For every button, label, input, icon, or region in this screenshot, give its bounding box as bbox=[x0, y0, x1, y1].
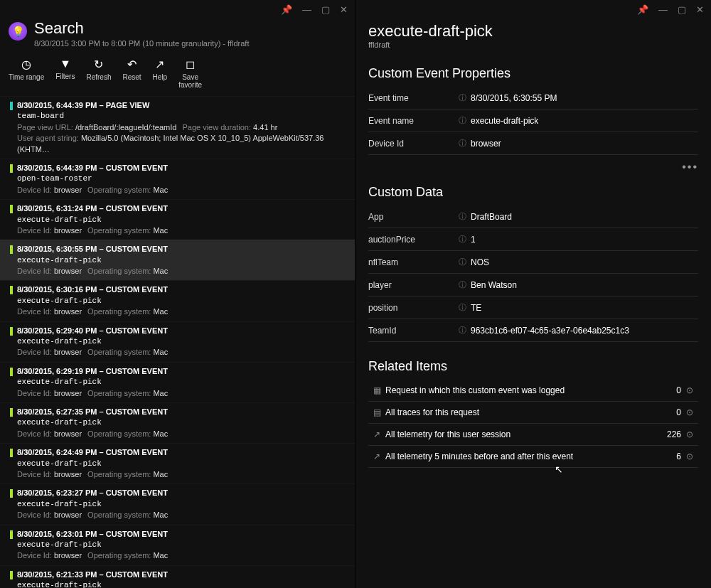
toolbar-label: Help bbox=[153, 73, 168, 81]
toolbar-reset[interactable]: ↶Reset bbox=[122, 58, 141, 89]
info-icon[interactable]: ⓘ bbox=[454, 138, 471, 149]
page-title: Search bbox=[34, 19, 249, 38]
section-title: Custom Event Properties bbox=[368, 66, 698, 81]
event-row[interactable]: 8/30/2015, 6:44:39 PM – PAGE VIEW team-b… bbox=[0, 96, 355, 159]
more-menu[interactable]: ••• bbox=[356, 158, 711, 181]
property-row[interactable]: App ⓘ DraftBoard bbox=[368, 205, 698, 228]
event-list[interactable]: 8/30/2015, 6:44:39 PM – PAGE VIEW team-b… bbox=[0, 96, 355, 588]
property-key: Event time bbox=[368, 93, 454, 103]
event-row[interactable]: 8/30/2015, 6:44:39 PM – CUSTOM EVENT ope… bbox=[0, 159, 355, 199]
property-row[interactable]: auctionPrice ⓘ 1 bbox=[368, 228, 698, 251]
property-row[interactable]: Device Id ⓘ browser bbox=[368, 132, 698, 155]
toolbar-save-favorite[interactable]: ◻Save favorite bbox=[178, 58, 202, 89]
related-icon: ↗ bbox=[368, 451, 385, 461]
pin-icon[interactable]: 📌 bbox=[281, 4, 292, 15]
toolbar-time-range[interactable]: ◷Time range bbox=[9, 58, 44, 89]
toolbar-icon: ↗ bbox=[155, 58, 164, 71]
event-name: execute-draft-pick bbox=[17, 580, 348, 588]
chevron-right-icon[interactable]: ⊙ bbox=[681, 429, 698, 439]
property-value: DraftBoard bbox=[471, 212, 698, 222]
property-value: 963cb1c6-ef07-4c65-a3e7-06e4ab25c1c3 bbox=[471, 326, 698, 336]
property-key: TeamId bbox=[368, 326, 454, 336]
event-color-bar bbox=[10, 449, 13, 457]
event-color-bar bbox=[10, 408, 13, 417]
event-row[interactable]: 8/30/2015, 6:29:40 PM – CUSTOM EVENT exe… bbox=[0, 321, 355, 362]
event-color-bar bbox=[10, 489, 13, 498]
property-row[interactable]: player ⓘ Ben Watson bbox=[368, 274, 698, 296]
event-details: Device Id: browserOperating system: Mac bbox=[17, 266, 348, 277]
search-pane: 📌 — ▢ ✕ 💡 Search 8/30/2015 3:00 PM to 8:… bbox=[0, 0, 356, 588]
event-row[interactable]: 8/30/2015, 6:23:01 PM – CUSTOM EVENT exe… bbox=[0, 525, 355, 565]
property-row[interactable]: Event name ⓘ execute-draft-pick bbox=[368, 109, 698, 132]
related-item-row[interactable]: ↗ All telemetry for this user session 22… bbox=[368, 424, 698, 446]
detail-title: execute-draft-pick bbox=[368, 22, 698, 41]
event-row[interactable]: 8/30/2015, 6:29:19 PM – CUSTOM EVENT exe… bbox=[0, 362, 355, 402]
toolbar-refresh[interactable]: ↻Refresh bbox=[86, 58, 111, 89]
event-row[interactable]: 8/30/2015, 6:31:24 PM – CUSTOM EVENT exe… bbox=[0, 199, 355, 240]
toolbar-label: Filters bbox=[55, 73, 75, 80]
event-row[interactable]: 8/30/2015, 6:30:16 PM – CUSTOM EVENT exe… bbox=[0, 280, 355, 321]
info-icon[interactable]: ⓘ bbox=[454, 279, 471, 290]
chevron-right-icon[interactable]: ⊙ bbox=[681, 407, 698, 417]
property-row[interactable]: Event time ⓘ 8/30/2015, 6:30:55 PM bbox=[368, 87, 698, 109]
event-details: Device Id: browserOperating system: Mac bbox=[17, 306, 348, 317]
info-icon[interactable]: ⓘ bbox=[454, 92, 471, 103]
chevron-right-icon[interactable]: ⊙ bbox=[681, 385, 698, 395]
toolbar-help[interactable]: ↗Help bbox=[153, 58, 168, 89]
info-icon[interactable]: ⓘ bbox=[454, 302, 471, 313]
info-icon[interactable]: ⓘ bbox=[454, 325, 471, 336]
event-name: execute-draft-pick bbox=[17, 296, 348, 306]
event-name: open-team-roster bbox=[17, 173, 348, 184]
property-row[interactable]: TeamId ⓘ 963cb1c6-ef07-4c65-a3e7-06e4ab2… bbox=[368, 319, 698, 342]
minimize-icon[interactable]: — bbox=[302, 4, 311, 15]
related-item-row[interactable]: ▤ All traces for this request 0 ⊙ bbox=[368, 402, 698, 424]
related-item-row[interactable]: ▦ Request in which this custom event was… bbox=[368, 380, 698, 402]
related-count: 6 bbox=[653, 451, 681, 461]
event-name: execute-draft-pick bbox=[17, 336, 348, 347]
maximize-icon[interactable]: ▢ bbox=[321, 4, 330, 15]
event-row[interactable]: 8/30/2015, 6:27:35 PM – CUSTOM EVENT exe… bbox=[0, 402, 355, 443]
toolbar-label: Reset bbox=[122, 73, 141, 81]
event-heading: 8/30/2015, 6:27:35 PM – CUSTOM EVENT bbox=[17, 407, 348, 417]
event-name: execute-draft-pick bbox=[17, 459, 348, 469]
related-count: 0 bbox=[653, 385, 681, 395]
property-value: NOS bbox=[471, 257, 698, 267]
toolbar-label: Time range bbox=[9, 73, 44, 81]
event-heading: 8/30/2015, 6:29:19 PM – CUSTOM EVENT bbox=[17, 366, 348, 377]
event-details: Device Id: browserOperating system: Mac bbox=[17, 550, 348, 561]
related-items-section: Related Items ▦ Request in which this cu… bbox=[356, 355, 711, 471]
close-icon[interactable]: ✕ bbox=[696, 4, 704, 15]
event-row[interactable]: 8/30/2015, 6:23:27 PM – CUSTOM EVENT exe… bbox=[0, 483, 355, 524]
event-details: Device Id: browserOperating system: Mac bbox=[17, 388, 348, 399]
info-icon[interactable]: ⓘ bbox=[454, 211, 471, 222]
event-details: Device Id: browserOperating system: Mac bbox=[17, 469, 348, 480]
minimize-icon[interactable]: — bbox=[658, 4, 668, 15]
event-details: Device Id: browserOperating system: Mac bbox=[17, 185, 348, 196]
related-count: 0 bbox=[653, 407, 681, 417]
event-row[interactable]: 8/30/2015, 6:30:55 PM – CUSTOM EVENT exe… bbox=[0, 240, 355, 280]
event-color-bar bbox=[10, 286, 13, 294]
property-row[interactable]: position ⓘ TE bbox=[368, 296, 698, 319]
info-icon[interactable]: ⓘ bbox=[454, 257, 471, 267]
info-icon[interactable]: ⓘ bbox=[454, 115, 471, 126]
chevron-right-icon[interactable]: ⊙ bbox=[681, 451, 698, 461]
property-row[interactable]: nflTeam ⓘ NOS bbox=[368, 251, 698, 274]
property-value: execute-draft-pick bbox=[471, 116, 698, 126]
event-row[interactable]: 8/30/2015, 6:24:49 PM – CUSTOM EVENT exe… bbox=[0, 443, 355, 483]
event-color-bar bbox=[10, 368, 13, 376]
close-icon[interactable]: ✕ bbox=[340, 4, 348, 15]
property-value: 8/30/2015, 6:30:55 PM bbox=[471, 93, 698, 103]
event-heading: 8/30/2015, 6:23:27 PM – CUSTOM EVENT bbox=[17, 488, 348, 498]
event-details: Device Id: browserOperating system: Mac bbox=[17, 225, 348, 236]
event-row[interactable]: 8/30/2015, 6:21:33 PM – CUSTOM EVENT exe… bbox=[0, 565, 355, 588]
pin-icon[interactable]: 📌 bbox=[637, 4, 648, 15]
event-color-bar bbox=[10, 571, 13, 579]
event-heading: 8/30/2015, 6:31:24 PM – CUSTOM EVENT bbox=[17, 203, 348, 214]
window-controls-right: 📌 — ▢ ✕ bbox=[356, 0, 711, 16]
maximize-icon[interactable]: ▢ bbox=[678, 4, 686, 15]
event-color-bar bbox=[10, 205, 13, 213]
related-count: 226 bbox=[653, 429, 681, 439]
toolbar-filters[interactable]: ▼Filters bbox=[55, 58, 75, 89]
info-icon[interactable]: ⓘ bbox=[454, 234, 471, 245]
related-item-row[interactable]: ↗ All telemetry 5 minutes before and aft… bbox=[368, 446, 698, 468]
